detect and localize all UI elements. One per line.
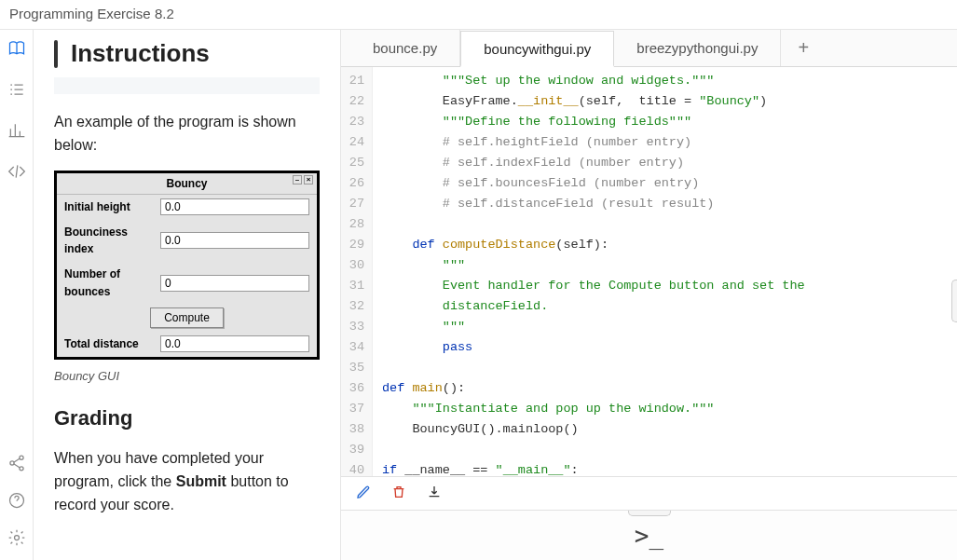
grading-text: When you have completed your program, cl… xyxy=(54,447,320,516)
right-drag-handle[interactable] xyxy=(951,280,957,322)
instructions-panel: Instructions An example of the program i… xyxy=(34,30,341,560)
mock-label: Initial height xyxy=(64,198,153,216)
share-icon[interactable] xyxy=(7,454,26,472)
tab-bouncywithgui-py[interactable]: bouncywithgui.py xyxy=(460,31,614,67)
mock-input xyxy=(160,335,309,352)
line-gutter: 2122232425262728293031323334353637383940 xyxy=(341,67,373,476)
download-icon[interactable] xyxy=(427,485,442,503)
pencil-icon[interactable] xyxy=(356,485,371,503)
add-tab-button[interactable]: + xyxy=(781,30,826,66)
mock-window: Bouncy –× Initial heightBounciness index… xyxy=(54,171,320,360)
instructions-intro: An example of the program is shown below… xyxy=(54,111,320,157)
instructions-heading: Instructions xyxy=(71,39,210,68)
accent-bar xyxy=(54,40,58,68)
close-icon: × xyxy=(304,175,313,184)
drag-handle[interactable] xyxy=(628,511,671,516)
left-rail xyxy=(0,30,34,560)
mock-input xyxy=(160,198,309,215)
code-content[interactable]: """Set up the window and widgets.""" Eas… xyxy=(373,67,957,476)
grading-heading: Grading xyxy=(54,403,320,434)
help-icon[interactable] xyxy=(7,491,26,510)
mock-caption: Bouncy GUI xyxy=(54,367,320,386)
svg-point-0 xyxy=(9,461,13,465)
book-icon[interactable] xyxy=(7,39,26,58)
terminal-prompt: >_ xyxy=(635,522,663,550)
svg-point-2 xyxy=(19,467,22,471)
code-editor[interactable]: 2122232425262728293031323334353637383940… xyxy=(341,67,957,476)
mock-input xyxy=(160,232,309,249)
mock-label: Total distance xyxy=(64,335,153,353)
tab-bounce-py[interactable]: bounce.py xyxy=(350,30,460,66)
checklist-icon[interactable] xyxy=(7,80,26,99)
terminal-panel[interactable]: >_ xyxy=(341,510,957,560)
spacer xyxy=(54,77,320,94)
svg-point-1 xyxy=(19,456,22,459)
barchart-icon[interactable] xyxy=(7,121,26,140)
svg-point-4 xyxy=(14,536,19,540)
tab-breezypythongui-py[interactable]: breezypythongui.py xyxy=(614,30,781,66)
minimize-icon: – xyxy=(293,175,302,184)
compute-button: Compute xyxy=(150,307,224,328)
mock-label: Bounciness index xyxy=(64,224,153,258)
mock-input xyxy=(160,275,309,292)
mock-label: Number of bounces xyxy=(64,266,153,300)
tabs-bar: bounce.pybouncywithgui.pybreezypythongui… xyxy=(341,30,957,67)
code-icon[interactable] xyxy=(7,162,26,181)
page-title: Programming Exercise 8.2 xyxy=(0,0,957,30)
trash-icon[interactable] xyxy=(391,485,406,503)
editor-toolbar xyxy=(341,476,957,510)
editor-panel: bounce.pybouncywithgui.pybreezypythongui… xyxy=(341,30,957,560)
mock-window-title: Bouncy –× xyxy=(57,173,317,196)
gear-icon[interactable] xyxy=(7,528,26,547)
